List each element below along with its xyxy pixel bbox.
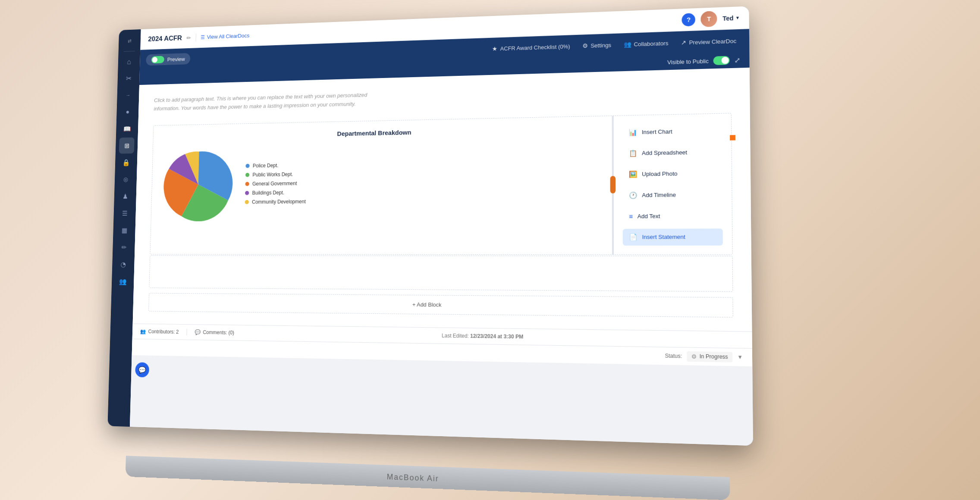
- divider-handle[interactable]: [610, 176, 616, 194]
- progress-icon: ⚙: [691, 353, 697, 360]
- upload-photo-label: Upload Photo: [642, 170, 677, 177]
- add-timeline-button[interactable]: 🕐 Add Timeline: [623, 186, 723, 204]
- status-value: In Progress: [700, 353, 728, 360]
- placeholder-text[interactable]: Click to add paragraph text. This is whe…: [154, 90, 391, 113]
- visible-to-public-label: Visible to Public: [667, 58, 709, 66]
- award-checklist-label: ACFR Award Checklist (0%): [500, 43, 570, 52]
- user-menu-button[interactable]: Ted ▼: [722, 14, 740, 22]
- sidebar-item-book[interactable]: 📖: [119, 121, 135, 137]
- text-icon: ≡: [629, 212, 633, 220]
- section-divider[interactable]: [612, 116, 614, 254]
- chevron-down-icon: ▼: [735, 15, 740, 20]
- visibility-toggle[interactable]: [713, 56, 729, 65]
- legend-label-buildings: Buildings Dept.: [252, 190, 284, 196]
- sidebar-item-home[interactable]: ⌂: [121, 53, 137, 70]
- sidebar-item-arrow[interactable]: →: [120, 87, 136, 103]
- chart-title: Departmental Breakdown: [165, 125, 599, 140]
- collaborators-icon: 👥: [624, 41, 631, 48]
- award-checklist-button[interactable]: ★ ACFR Award Checklist (0%): [487, 40, 575, 55]
- legend-dot-public-works: [245, 173, 249, 177]
- doc-title: 2024 ACFR: [148, 34, 182, 43]
- star-icon: ★: [492, 45, 498, 52]
- legend-item-community: Community Development: [245, 199, 306, 205]
- statement-icon: 📄: [629, 233, 638, 241]
- toggle-switch[interactable]: [151, 56, 164, 64]
- add-text-button[interactable]: ≡ Add Text: [623, 207, 723, 224]
- add-spreadsheet-button[interactable]: 📋 Add Spreadsheet: [622, 144, 722, 162]
- sidebar-item-database[interactable]: ▦: [116, 222, 132, 238]
- legend-dot-buildings: [245, 191, 249, 195]
- preview-label: Preview: [167, 56, 185, 62]
- legend-item-public-works: Public Works Dept.: [245, 171, 306, 178]
- photo-icon: 🖼️: [629, 170, 638, 178]
- notification-dot: [730, 135, 735, 141]
- add-block-button[interactable]: + Add Block: [148, 293, 733, 317]
- last-edited-label: Last Edited:: [442, 332, 469, 339]
- insert-chart-label: Insert Chart: [642, 128, 672, 136]
- sidebar-item-figure[interactable]: ♟: [117, 188, 133, 204]
- content-area[interactable]: Visible to Public ⤢ Click to add paragra…: [130, 52, 753, 446]
- footer-divider-1: [186, 328, 187, 335]
- add-block-label: + Add Block: [412, 301, 442, 308]
- chart-content: Police Dept. Public Works Dept.: [163, 141, 599, 222]
- sidebar-item-edit[interactable]: ✏: [116, 239, 132, 256]
- status-chevron-icon[interactable]: ▼: [737, 354, 743, 360]
- legend-dot-community: [245, 200, 249, 204]
- chart-icon: 📊: [629, 128, 638, 137]
- contributors-icon: 👥: [140, 328, 146, 334]
- legend-label-police: Police Dept.: [253, 162, 279, 169]
- avatar-image: T: [701, 11, 717, 27]
- legend-item-general-gov: General Government: [245, 180, 306, 187]
- status-label: Status:: [665, 353, 682, 359]
- spreadsheet-icon: 📋: [629, 149, 638, 157]
- add-timeline-label: Add Timeline: [642, 191, 676, 198]
- legend-dot-police: [245, 164, 249, 168]
- preview-cleardoc-button[interactable]: ↗ Preview ClearDoc: [675, 34, 742, 49]
- collaborators-label: Collaborators: [634, 40, 668, 47]
- add-text-label: Add Text: [638, 212, 660, 219]
- comments-item: 💬 Comments: (0): [195, 329, 234, 336]
- legend-dot-general-gov: [245, 182, 249, 186]
- contributors-label: Contributors: 2: [148, 328, 179, 334]
- view-all-cleardocs-link[interactable]: ☰ View All ClearDocs: [201, 32, 249, 40]
- contributors-item: 👥 Contributors: 2: [140, 328, 179, 335]
- settings-icon: ⚙: [582, 42, 588, 49]
- content-block: Departmental Breakdown: [150, 113, 733, 255]
- edit-title-icon[interactable]: ✏: [186, 34, 191, 41]
- expand-icon[interactable]: ⤢: [734, 56, 740, 64]
- legend-item-police: Police Dept.: [245, 162, 306, 169]
- sidebar-item-document[interactable]: ☰: [117, 205, 132, 222]
- user-name-label: Ted: [722, 14, 733, 22]
- comments-label: Comments: (0): [203, 329, 234, 336]
- legend-item-buildings: Buildings Dept.: [245, 189, 306, 196]
- sidebar-item-target[interactable]: ◎: [118, 171, 133, 188]
- add-spreadsheet-label: Add Spreadsheet: [642, 149, 687, 156]
- sidebar-item-tools[interactable]: ✂: [121, 70, 136, 87]
- help-button[interactable]: ?: [682, 13, 696, 26]
- last-edited-value: 12/23/2024 at 3:30 PM: [470, 333, 523, 340]
- legend-label-public-works: Public Works Dept.: [252, 171, 293, 178]
- sidebar-item-users[interactable]: 👥: [115, 273, 131, 290]
- sidebar-item-lock[interactable]: 🔒: [119, 154, 134, 171]
- settings-button[interactable]: ⚙ Settings: [577, 39, 617, 52]
- last-edited: Last Edited: 12/23/2024 at 3:30 PM: [242, 330, 743, 343]
- laptop-frame: ⇄ ⌂ ✂ → ● 📖 ⊞ 🔒 ◎ ♟ ☰ ▦ ✏ ◔ 👥: [106, 1, 889, 500]
- insert-statement-button[interactable]: 📄 Insert Statement: [623, 228, 723, 246]
- insert-panel: 📊 Insert Chart 📋 Add Spreadsheet 🖼️ Upl: [614, 113, 732, 254]
- sidebar-item-grid[interactable]: ⊞: [119, 138, 135, 154]
- chart-section: Departmental Breakdown: [150, 116, 612, 254]
- sidebar-item-user[interactable]: ●: [120, 104, 135, 120]
- legend-label-community: Community Development: [252, 199, 306, 205]
- pie-chart-svg: [163, 147, 234, 221]
- timeline-icon: 🕐: [629, 191, 638, 199]
- sidebar-item-pie[interactable]: ◔: [116, 256, 131, 272]
- sidebar-collapse-icon[interactable]: ⇄: [122, 33, 138, 49]
- upload-photo-button[interactable]: 🖼️ Upload Photo: [622, 165, 722, 183]
- collaborators-button[interactable]: 👥 Collaborators: [618, 37, 674, 50]
- preview-toggle[interactable]: Preview: [146, 53, 190, 66]
- insert-chart-button[interactable]: 📊 Insert Chart: [622, 122, 722, 141]
- settings-label: Settings: [591, 42, 611, 49]
- external-link-icon: ↗: [681, 39, 687, 46]
- macbook-label: MacBook Air: [387, 472, 439, 484]
- main-area: 2024 ACFR ✏ ☰ View All ClearDocs ? T Ted: [130, 6, 753, 446]
